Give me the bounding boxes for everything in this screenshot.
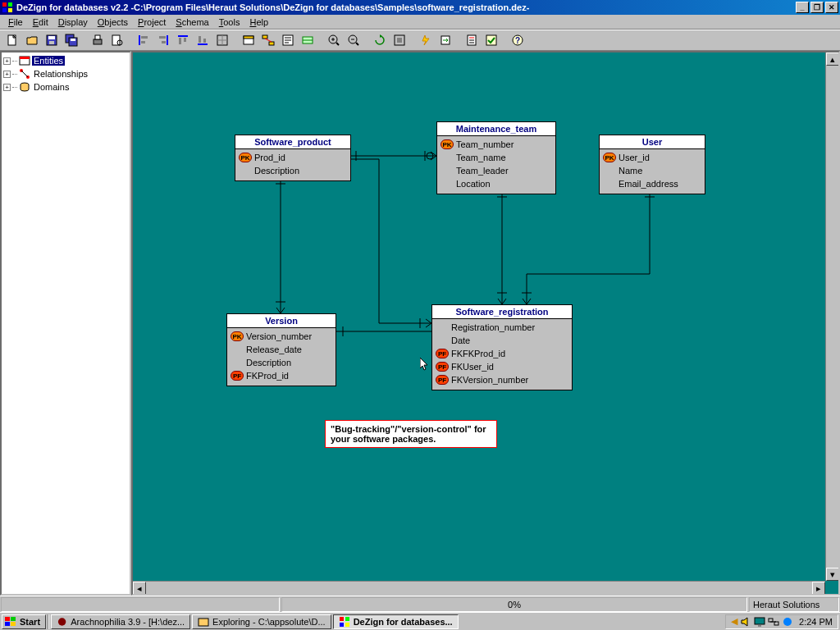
- expand-icon[interactable]: +: [3, 84, 11, 91]
- svg-rect-109: [755, 618, 765, 624]
- menu-objects[interactable]: Objects: [93, 16, 133, 28]
- svg-rect-99: [5, 617, 10, 621]
- align-right-button[interactable]: [154, 31, 172, 49]
- window-title: DeZign for databases v2.2 -C:\Program Fi…: [16, 2, 796, 12]
- domain-tool-button[interactable]: [299, 31, 317, 49]
- note-tool-button[interactable]: [279, 31, 297, 49]
- new-button[interactable]: [3, 31, 21, 49]
- clock: 2:24 PM: [799, 617, 833, 627]
- scroll-left-icon[interactable]: ◂: [133, 582, 146, 595]
- svg-rect-112: [774, 622, 778, 625]
- expand-icon[interactable]: +: [3, 71, 11, 78]
- cursor-icon: [420, 358, 430, 372]
- entity-version[interactable]: Version PKVersion_number Release_date De…: [226, 313, 336, 386]
- svg-rect-2: [2, 8, 7, 12]
- menu-edit[interactable]: Edit: [28, 16, 53, 28]
- attribute: Name: [619, 166, 642, 176]
- entity-title: Version: [227, 314, 336, 328]
- fk-icon: PF: [436, 375, 449, 385]
- attribute: Registration_number: [451, 322, 535, 332]
- report-button[interactable]: [463, 31, 481, 49]
- menu-help[interactable]: Help: [244, 16, 273, 28]
- tree-item-entities[interactable]: + Entities: [3, 54, 128, 67]
- save-button[interactable]: [43, 31, 61, 49]
- diagram-canvas[interactable]: Software_product PKProd_id Description M…: [131, 51, 840, 596]
- print-button[interactable]: [89, 31, 107, 49]
- entity-user[interactable]: User PKUser_id Name Email_address: [599, 135, 705, 194]
- pk-icon: PK: [239, 153, 252, 162]
- entity-software-registration[interactable]: Software_registration Registration_numbe…: [431, 304, 573, 390]
- svg-text:?: ?: [515, 36, 520, 45]
- open-button[interactable]: [23, 31, 41, 49]
- expand-icon[interactable]: +: [3, 57, 11, 65]
- menu-schema[interactable]: Schema: [171, 16, 213, 28]
- tree-item-relationships[interactable]: + Relationships: [3, 67, 128, 80]
- display-icon[interactable]: [754, 616, 765, 628]
- volume-icon[interactable]: [740, 616, 751, 628]
- start-button[interactable]: Start: [2, 614, 46, 629]
- relationship-icon: [19, 68, 30, 80]
- svg-rect-59: [20, 57, 30, 59]
- svg-line-34: [265, 39, 272, 42]
- svg-rect-7: [49, 41, 54, 44]
- svg-point-69: [427, 153, 433, 159]
- note[interactable]: "Bug-tracking"/"version-control" for you…: [325, 420, 497, 448]
- refresh-button[interactable]: [371, 31, 389, 49]
- svg-point-114: [783, 618, 792, 626]
- taskbar: Start Arachnophilia 3.9 - [H:\dez... Exp…: [0, 612, 840, 630]
- menu-file[interactable]: File: [3, 16, 28, 28]
- svg-line-84: [426, 319, 431, 323]
- vertical-scrollbar[interactable]: ▴ ▾: [825, 52, 838, 581]
- start-label: Start: [20, 617, 40, 627]
- export-button[interactable]: [436, 31, 454, 49]
- tray-icon[interactable]: ◀: [731, 616, 737, 627]
- svg-rect-55: [486, 35, 496, 45]
- menu-project[interactable]: Project: [133, 16, 171, 28]
- horizontal-scrollbar[interactable]: ◂ ▸: [133, 581, 825, 594]
- entity-tool-button[interactable]: [240, 31, 258, 49]
- entity-title: User: [600, 135, 705, 149]
- close-button[interactable]: ✕: [825, 2, 838, 13]
- print-preview-button[interactable]: [108, 31, 126, 49]
- fit-button[interactable]: [390, 31, 409, 49]
- grid-button[interactable]: [213, 31, 231, 49]
- relationship-tool-button[interactable]: [259, 31, 277, 49]
- align-bottom-button[interactable]: [194, 31, 212, 49]
- align-top-button[interactable]: [174, 31, 192, 49]
- help-button[interactable]: ?: [509, 31, 527, 49]
- tray-app-icon[interactable]: [782, 616, 793, 628]
- zoom-in-button[interactable]: [325, 31, 343, 49]
- check-button[interactable]: [482, 31, 500, 49]
- generate-button[interactable]: [417, 31, 435, 49]
- titlebar: DeZign for databases v2.2 -C:\Program Fi…: [0, 0, 840, 15]
- entity-maintenance-team[interactable]: Maintenance_team PKTeam_number Team_name…: [436, 121, 556, 194]
- svg-rect-106: [345, 617, 349, 621]
- attribute: FKFKProd_id: [451, 349, 505, 358]
- task-arachnophilia[interactable]: Arachnophilia 3.9 - [H:\dez...: [51, 614, 190, 629]
- scroll-right-icon[interactable]: ▸: [812, 582, 825, 595]
- svg-line-90: [502, 299, 506, 304]
- save-all-button[interactable]: [62, 31, 80, 49]
- progress-text: 0%: [281, 597, 747, 612]
- task-dezign[interactable]: DeZign for databases...: [333, 614, 459, 629]
- tree-panel: + Entities + Relationships + Domains: [0, 51, 131, 596]
- zoom-out-button[interactable]: [345, 31, 363, 49]
- tree-item-domains[interactable]: + Domains: [3, 80, 128, 94]
- scroll-down-icon[interactable]: ▾: [826, 568, 839, 581]
- entity-software-product[interactable]: Software_product PKProd_id Description: [235, 135, 351, 181]
- align-left-button[interactable]: [135, 31, 153, 49]
- svg-rect-23: [184, 38, 186, 42]
- menu-tools[interactable]: Tools: [214, 16, 245, 28]
- svg-rect-3: [8, 8, 12, 12]
- pk-icon: PK: [603, 153, 616, 162]
- attribute: Version_number: [246, 331, 312, 341]
- task-explorer[interactable]: Exploring - C:\appsolute\D...: [192, 614, 331, 629]
- maximize-button[interactable]: ❐: [810, 2, 824, 13]
- svg-line-85: [426, 323, 431, 327]
- network-icon[interactable]: [768, 616, 779, 628]
- menu-display[interactable]: Display: [53, 16, 93, 28]
- minimize-button[interactable]: _: [796, 2, 809, 13]
- svg-rect-22: [179, 38, 181, 44]
- svg-rect-32: [262, 35, 267, 39]
- scroll-up-icon[interactable]: ▴: [826, 52, 839, 66]
